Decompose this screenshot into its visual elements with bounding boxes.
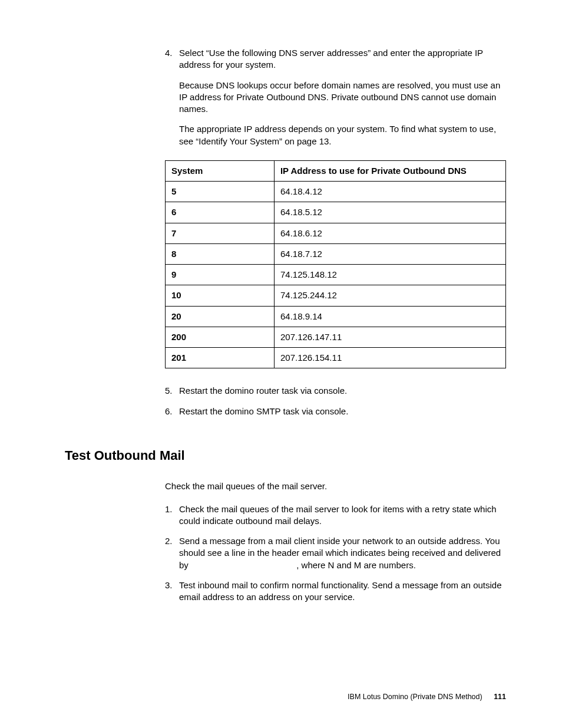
table-header-system: System <box>166 160 275 181</box>
cell-ip: 207.126.154.11 <box>274 348 505 368</box>
cell-system: 5 <box>166 182 275 202</box>
page: 4. Select “Use the following DNS server … <box>0 0 562 728</box>
cell-system: 9 <box>166 265 275 285</box>
table-row: 864.18.7.12 <box>166 243 506 264</box>
table-row: 2064.18.9.14 <box>166 306 506 327</box>
table-row: 564.18.4.12 <box>166 182 506 202</box>
cell-ip: 64.18.9.14 <box>274 306 505 327</box>
table-header-row: System IP Address to use for Private Out… <box>166 160 506 181</box>
cell-system: 20 <box>166 306 275 327</box>
table-row: 974.125.148.12 <box>166 265 506 285</box>
cell-system: 10 <box>166 285 275 306</box>
list-item-6: 6. Restart the domino SMTP task via cons… <box>165 406 506 417</box>
paragraph: Select “Use the following DNS server add… <box>179 47 506 71</box>
list-item-3: 3. Test inbound mail to confirm normal f… <box>165 579 506 604</box>
table-header-ip: IP Address to use for Private Outbound D… <box>274 160 505 181</box>
list-body: Check the mail queues of the mail server… <box>179 503 506 528</box>
list-number: 5. <box>165 385 179 397</box>
cell-ip: 64.18.6.12 <box>274 223 505 243</box>
section-heading-test-outbound: Test Outbound Mail <box>65 447 506 465</box>
table-row: 764.18.6.12 <box>166 223 506 243</box>
paragraph: The appropriate IP address depends on yo… <box>179 123 506 147</box>
cell-ip: 74.125.244.12 <box>274 285 505 306</box>
dns-table: System IP Address to use for Private Out… <box>165 160 506 369</box>
page-footer: IBM Lotus Domino (Private DNS Method) 11… <box>348 692 506 702</box>
list-number: 4. <box>165 47 179 147</box>
cell-ip: 207.126.147.11 <box>274 327 505 347</box>
list-body: Select “Use the following DNS server add… <box>179 47 506 147</box>
cell-system: 6 <box>166 202 275 223</box>
list-number: 2. <box>165 535 179 571</box>
cell-system: 8 <box>166 243 275 264</box>
cell-system: 200 <box>166 327 275 347</box>
table-row: 1074.125.244.12 <box>166 285 506 306</box>
list-number: 6. <box>165 406 179 417</box>
list-number: 3. <box>165 579 179 604</box>
list-body: Restart the domino router task via conso… <box>179 385 506 397</box>
cell-ip: 64.18.5.12 <box>274 202 505 223</box>
content-column: Check the mail queues of the mail server… <box>165 480 506 603</box>
cell-system: 201 <box>166 348 275 368</box>
list-body: Restart the domino SMTP task via console… <box>179 406 506 417</box>
footer-title: IBM Lotus Domino (Private DNS Method) <box>348 693 482 701</box>
list-body: Send a message from a mail client inside… <box>179 535 506 571</box>
list-item-1: 1. Check the mail queues of the mail ser… <box>165 503 506 528</box>
list-item-5: 5. Restart the domino router task via co… <box>165 385 506 397</box>
cell-ip: 64.18.4.12 <box>274 182 505 202</box>
content-column: 4. Select “Use the following DNS server … <box>165 47 506 417</box>
table-row: 664.18.5.12 <box>166 202 506 223</box>
cell-system: 7 <box>166 223 275 243</box>
list-number: 1. <box>165 503 179 528</box>
table-row: 201207.126.154.11 <box>166 348 506 368</box>
paragraph: Because DNS lookups occur before domain … <box>179 80 506 116</box>
page-number: 111 <box>494 693 506 701</box>
list-body: Test inbound mail to confirm normal func… <box>179 579 506 604</box>
cell-ip: 74.125.148.12 <box>274 265 505 285</box>
list-item-4: 4. Select “Use the following DNS server … <box>165 47 506 147</box>
list-item-2: 2. Send a message from a mail client ins… <box>165 535 506 571</box>
paragraph: Check the mail queues of the mail server… <box>165 480 506 492</box>
cell-ip: 64.18.7.12 <box>274 243 505 264</box>
table-row: 200207.126.147.11 <box>166 327 506 347</box>
